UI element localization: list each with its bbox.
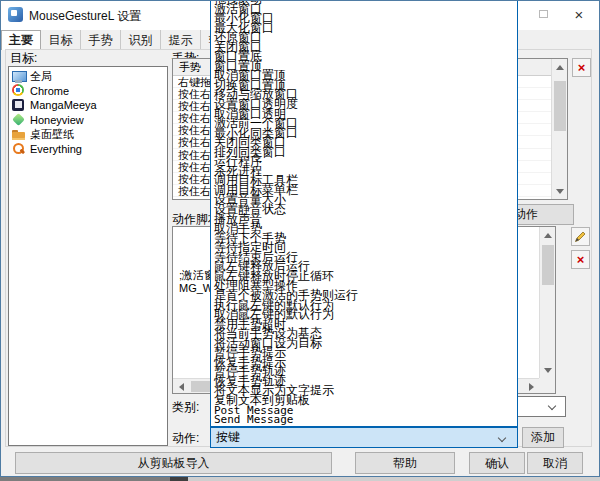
target-list-item[interactable]: 桌面壁纸 <box>12 127 167 142</box>
target-list-item[interactable]: Honeyview <box>12 113 167 128</box>
target-list-item[interactable]: Chrome <box>12 84 167 99</box>
background-strip <box>0 477 170 481</box>
window-title: MouseGestureL 设置 <box>29 8 141 25</box>
cancel-button[interactable]: 取消 <box>527 452 583 474</box>
confirm-button[interactable]: 确认 <box>469 452 525 474</box>
background-strip <box>188 477 600 481</box>
scrollbar-thumb[interactable] <box>554 81 566 131</box>
tab[interactable]: 目标 <box>41 30 81 50</box>
action-label: 动作: <box>172 430 199 447</box>
target-app-icon <box>12 84 25 97</box>
scroll-up-icon[interactable] <box>540 227 556 243</box>
target-label: Everything <box>30 143 82 155</box>
app-icon <box>8 7 23 22</box>
target-app-icon <box>12 128 25 141</box>
delete-gesture-button[interactable]: × <box>572 58 591 77</box>
target-label: MangaMeeya <box>30 99 97 111</box>
target-app-icon <box>12 99 25 112</box>
target-label: 桌面壁纸 <box>30 127 74 142</box>
help-button[interactable]: 帮助 <box>355 452 455 474</box>
target-label: 全局 <box>30 69 52 84</box>
scroll-right-icon[interactable] <box>523 379 539 395</box>
add-button[interactable]: 添加 <box>522 427 564 448</box>
gesture-grid-scrollbar[interactable] <box>551 59 567 199</box>
edit-script-button[interactable] <box>571 227 590 246</box>
delete-icon: × <box>577 253 585 266</box>
script-vertical-scrollbar[interactable] <box>539 227 555 378</box>
scrollbar-corner <box>539 378 555 393</box>
dropdown-item[interactable]: Send Message <box>214 415 515 425</box>
background-strip <box>170 477 188 481</box>
scrollbar-thumb[interactable] <box>542 245 554 285</box>
delete-script-button[interactable]: × <box>571 250 590 269</box>
targets-label: 目标: <box>10 50 37 67</box>
tab[interactable]: 识别 <box>121 30 161 50</box>
tab[interactable]: 主要 <box>1 30 41 50</box>
chevron-down-icon <box>498 434 506 442</box>
pencil-icon <box>574 230 587 243</box>
scroll-down-icon[interactable] <box>540 362 556 378</box>
action-combobox[interactable]: 按键 <box>210 427 518 448</box>
target-list-item[interactable]: Everything <box>12 142 167 157</box>
action-combobox-value: 按键 <box>216 429 240 446</box>
close-button[interactable]: × <box>561 0 597 28</box>
maximize-button[interactable] <box>527 0 559 28</box>
tab[interactable]: 提示 <box>161 30 201 50</box>
tab[interactable]: 手势 <box>81 30 121 50</box>
category-label: 类别: <box>172 399 199 416</box>
target-list-item[interactable]: MangaMeeya <box>12 98 167 113</box>
target-app-icon <box>12 70 25 83</box>
action-dropdown-list: 拖拽滚动激活窗口最小化窗口最大化窗口还原窗口关闭窗口窗口置底窗口置顶取消窗口置顶… <box>210 0 518 427</box>
target-label: Chrome <box>30 85 69 97</box>
target-list-item[interactable]: 全局 <box>12 69 167 84</box>
target-app-icon <box>12 113 25 126</box>
scroll-up-icon[interactable] <box>552 59 568 75</box>
maximize-icon <box>539 10 548 18</box>
scroll-left-icon[interactable] <box>173 379 189 395</box>
import-from-clipboard-button[interactable]: 从剪贴板导入 <box>15 452 332 474</box>
chevron-down-icon <box>548 402 556 410</box>
scroll-down-icon[interactable] <box>552 183 568 199</box>
target-app-icon <box>12 142 25 155</box>
target-label: Honeyview <box>30 114 84 126</box>
delete-icon: × <box>578 61 586 74</box>
target-list: 全局 Chrome MangaMeeya Honeyview 桌面壁纸 Ever… <box>8 66 168 446</box>
